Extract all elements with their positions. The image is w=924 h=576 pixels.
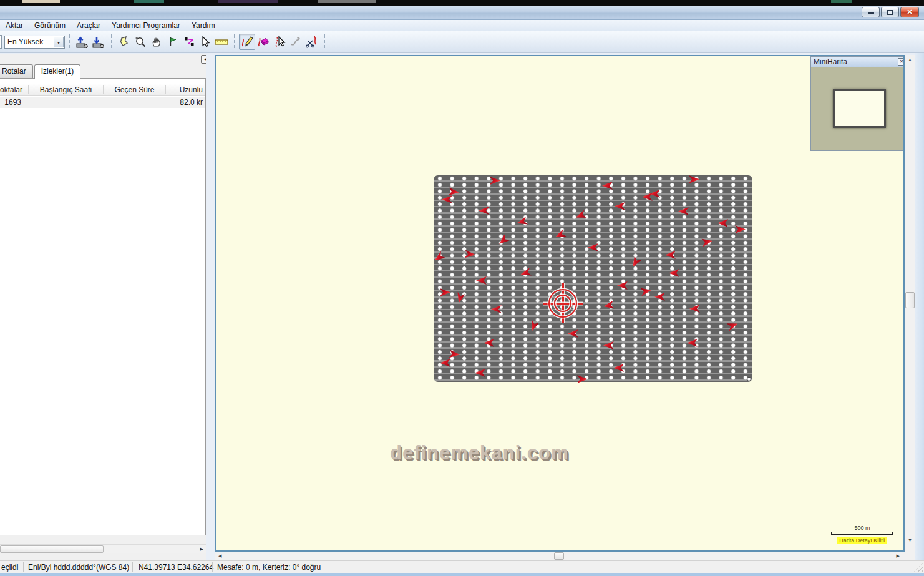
track-cut-icon bbox=[305, 35, 319, 49]
scrollbar-thumb[interactable] bbox=[554, 552, 564, 560]
receive-from-device-button[interactable] bbox=[90, 34, 107, 50]
table-cell: 1693 bbox=[0, 98, 29, 107]
column-header-oktalar[interactable]: oktalar bbox=[0, 85, 29, 94]
selection-arrow-icon bbox=[199, 36, 212, 48]
track-erase-tool-button[interactable] bbox=[255, 34, 271, 50]
background-window-fragment bbox=[218, 0, 278, 3]
toolbar-separator bbox=[324, 34, 325, 49]
track-join-icon bbox=[289, 35, 303, 49]
scroll-up-arrow-icon[interactable]: ▲ bbox=[905, 57, 915, 62]
menu-item-g-r-n-m[interactable]: Görünüm bbox=[29, 20, 71, 31]
status-field-3: Mesafe: 0 m, Kerteriz: 0° doğru bbox=[217, 562, 321, 572]
maximize-button[interactable] bbox=[881, 7, 899, 17]
minimize-icon bbox=[868, 12, 874, 14]
toolbar-separator bbox=[69, 34, 70, 49]
map-horizontal-scrollbar[interactable]: ◀ ▶ bbox=[215, 552, 905, 560]
tab-rotalar[interactable]: Rotalar bbox=[0, 64, 33, 78]
background-window-fragment bbox=[22, 0, 60, 3]
menu-item-yard-m[interactable]: Yardım bbox=[186, 20, 221, 31]
zoom-tool-button[interactable] bbox=[132, 34, 148, 50]
menu-bar: AktarGörünümAraçlarYardımcı ProgramlarYa… bbox=[0, 20, 924, 31]
status-separator bbox=[212, 562, 213, 572]
measure-tool-button[interactable] bbox=[213, 34, 230, 50]
waypoint-tool-button[interactable] bbox=[165, 34, 181, 50]
menu-item-yard-mc-programlar[interactable]: Yardımcı Programlar bbox=[106, 20, 186, 31]
application-window: ✕ AktarGörünümAraçlarYardımcı Programlar… bbox=[0, 0, 924, 576]
minimap-title: MiniHarita bbox=[814, 57, 847, 66]
send-to-device-button[interactable] bbox=[74, 34, 90, 50]
background-window-fragment bbox=[134, 0, 164, 3]
map-scale: 500 m Harita Detayı Kilitli bbox=[831, 525, 893, 544]
waypoint-flag-icon bbox=[167, 36, 179, 48]
window-controls: ✕ bbox=[862, 7, 919, 17]
track-select-tool-button[interactable] bbox=[271, 34, 288, 50]
track-erase-icon bbox=[256, 35, 270, 49]
column-header-ba-lang-saati[interactable]: Başlangıç Saati bbox=[29, 85, 104, 94]
map-select-icon bbox=[118, 36, 130, 48]
status-field-0: eçildi bbox=[1, 562, 18, 572]
resize-grip-icon[interactable] bbox=[914, 563, 923, 572]
scrollbar-grip-icon bbox=[47, 548, 52, 552]
track-join-tool-button[interactable] bbox=[288, 34, 304, 50]
column-header-uzunlu[interactable]: Uzunlu bbox=[166, 85, 205, 94]
scrollbar-thumb[interactable] bbox=[0, 545, 104, 553]
scroll-right-arrow-icon[interactable]: ▶ bbox=[200, 547, 203, 552]
chevron-down-icon[interactable]: ▼ bbox=[54, 37, 64, 47]
minimap-viewport-rect[interactable] bbox=[833, 89, 886, 128]
route-tool-button[interactable] bbox=[181, 34, 197, 50]
column-header-ge-en-s-re[interactable]: Geçen Süre bbox=[104, 85, 166, 94]
tracks-panel: ◄ Rotalarİzlekler(1) oktalarBaşlangıç Sa… bbox=[0, 54, 206, 560]
status-separator bbox=[23, 562, 24, 572]
track-draw-icon bbox=[240, 35, 254, 49]
track-draw-tool-button[interactable] bbox=[239, 34, 255, 50]
route-tool-icon bbox=[183, 36, 195, 48]
track-list: oktalarBaşlangıç SaatiGeçen SüreUzunlu 1… bbox=[0, 78, 206, 535]
scale-bar bbox=[831, 532, 893, 535]
menu-item-ara-lar[interactable]: Araçlar bbox=[71, 20, 106, 31]
minimize-button[interactable] bbox=[862, 7, 880, 17]
window-right-edge bbox=[915, 53, 924, 560]
scroll-down-arrow-icon[interactable]: ▼ bbox=[905, 538, 915, 542]
map-vertical-scrollbar[interactable]: ▲ ▼ bbox=[905, 55, 915, 552]
close-button[interactable]: ✕ bbox=[900, 7, 919, 17]
background-window-fragment bbox=[318, 0, 376, 3]
title-bar[interactable]: ✕ bbox=[0, 6, 924, 20]
map-canvas[interactable]: definemekani.com MiniHarita ✕ 500 m Hari… bbox=[215, 55, 905, 552]
close-icon: ✕ bbox=[901, 8, 918, 16]
minimap-panel[interactable]: MiniHarita ✕ bbox=[810, 56, 905, 151]
status-separator bbox=[132, 562, 133, 572]
scroll-left-arrow-icon[interactable]: ◀ bbox=[218, 554, 221, 559]
status-field-2: N41.39713 E34.62264 bbox=[139, 562, 213, 572]
scrollbar-corner bbox=[905, 552, 915, 560]
detail-level-dropdown[interactable]: En Yüksek ▼ bbox=[4, 36, 65, 49]
table-header-row: oktalarBaşlangıç SaatiGeçen SüreUzunlu bbox=[0, 84, 205, 96]
status-field-1: Enl/Byl hddd.ddddd°(WGS 84) bbox=[28, 562, 129, 572]
scale-label: 500 m bbox=[831, 525, 893, 531]
scrollbar-thumb[interactable] bbox=[905, 292, 915, 308]
selection-tool-button[interactable] bbox=[197, 34, 213, 50]
tab-i-zlekler-1[interactable]: İzlekler(1) bbox=[34, 64, 81, 79]
watermark-text: definemekani.com bbox=[390, 442, 568, 464]
zoom-icon bbox=[134, 36, 147, 48]
table-row[interactable]: 169382.0 kr bbox=[0, 97, 205, 108]
panel-splitter[interactable] bbox=[206, 54, 215, 560]
menu-item-aktar[interactable]: Aktar bbox=[0, 20, 29, 31]
screen-top-strip bbox=[0, 0, 924, 6]
background-window-fragment bbox=[831, 0, 852, 3]
track-endpoint-marker bbox=[747, 377, 751, 381]
detail-level-value: En Yüksek bbox=[7, 37, 43, 46]
pan-tool-button[interactable] bbox=[148, 34, 165, 50]
map-select-tool-button[interactable] bbox=[116, 34, 132, 50]
table-cell: 82.0 kr bbox=[166, 98, 205, 107]
measure-ruler-icon bbox=[214, 36, 229, 48]
toolbar: En Yüksek ▼ bbox=[0, 31, 924, 53]
panel-horizontal-scrollbar[interactable]: ▶ bbox=[0, 544, 206, 553]
scroll-right-arrow-icon[interactable]: ▶ bbox=[897, 554, 900, 559]
toolbar-separator bbox=[111, 34, 112, 49]
window-bottom-edge bbox=[0, 573, 924, 576]
minimap-close-button[interactable]: ✕ bbox=[898, 58, 905, 66]
minimap-titlebar[interactable]: MiniHarita ✕ bbox=[811, 57, 905, 67]
track-cut-tool-button[interactable] bbox=[304, 34, 320, 50]
status-bar: eçildiEnl/Byl hddd.ddddd°(WGS 84)N41.397… bbox=[0, 560, 924, 573]
panel-tabs: Rotalarİzlekler(1) bbox=[0, 64, 82, 78]
